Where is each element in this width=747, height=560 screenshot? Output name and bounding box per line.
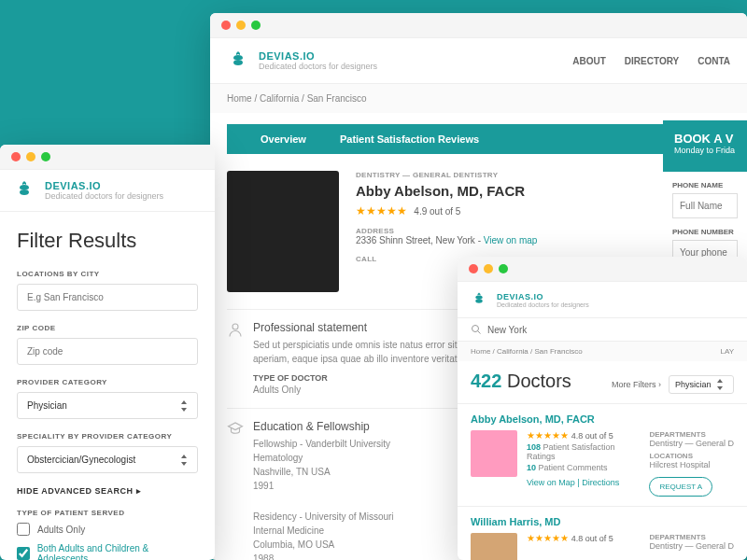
minimize-icon[interactable] bbox=[236, 21, 246, 30]
tab-overview[interactable]: Overview bbox=[244, 124, 323, 154]
more-filters[interactable]: More Filters › bbox=[612, 380, 661, 389]
crumb-home[interactable]: Home bbox=[227, 93, 252, 104]
opt-both[interactable]: Both Adults and Children & Adolescents bbox=[17, 543, 198, 560]
logo-area[interactable]: DEVIAS.IO Dedicated doctors for designer… bbox=[471, 291, 734, 308]
search-value: New York bbox=[487, 325, 527, 335]
dept-label: DEPARTMENTS bbox=[649, 430, 734, 439]
brand-name: DEVIAS.IO bbox=[259, 50, 377, 62]
result-name[interactable]: Abby Abelson, MD, FACR bbox=[471, 413, 734, 425]
result-links[interactable]: View on Map | Directions bbox=[527, 478, 640, 487]
person-icon bbox=[227, 321, 244, 338]
breadcrumb: Home / California / San Francisco LAY bbox=[458, 342, 747, 361]
svg-point-0 bbox=[233, 324, 238, 329]
close-icon[interactable] bbox=[469, 264, 478, 273]
tab-reviews[interactable]: Patient Satisfaction Reviews bbox=[323, 124, 496, 154]
opt-adults[interactable]: Adults Only bbox=[17, 523, 198, 536]
result-stars: ★★★★★ 4.8 out of 5 bbox=[527, 430, 640, 441]
svg-point-2 bbox=[472, 326, 479, 332]
spec-select[interactable]: Obstercician/Gynecologist bbox=[17, 446, 198, 473]
result-comments: 10 Patient Comments bbox=[527, 463, 640, 472]
tabs: Overview Patient Satisfaction Reviews bbox=[227, 124, 730, 154]
result-ratings: 108 Patient Satisfaction Ratings bbox=[527, 442, 640, 461]
cat-label: PROVIDER CATEGORY bbox=[17, 378, 198, 386]
edu1: Fellowship - Vanderbilt University bbox=[253, 437, 394, 451]
education-title: Education & Fellowship bbox=[253, 420, 394, 433]
edu1b: Hematology bbox=[253, 451, 394, 465]
edu2c: Columbia, MO USA bbox=[253, 538, 394, 552]
result-photo bbox=[471, 533, 517, 560]
results-window: DEVIAS.IO Dedicated doctors for designer… bbox=[458, 257, 747, 560]
request-button[interactable]: REQUEST A bbox=[649, 477, 712, 497]
titlebar bbox=[210, 13, 747, 38]
filter-window: DEVIAS.IO Dedicated doctors for designer… bbox=[0, 145, 215, 560]
logo-area[interactable]: DEVIAS.IO Dedicated doctors for designer… bbox=[13, 179, 163, 202]
count-row: 422 Doctors More Filters › Physician bbox=[458, 361, 747, 403]
edu2: Residency - University of Missouri bbox=[253, 510, 394, 524]
nav-directory[interactable]: DIRECTORY bbox=[625, 56, 679, 66]
close-icon[interactable] bbox=[11, 152, 21, 161]
book-name-label: PHONE NAME bbox=[672, 181, 738, 189]
header: DEVIAS.IO Dedicated doctors for designer… bbox=[458, 282, 747, 318]
edu1c: Nashville, TN USA bbox=[253, 465, 394, 479]
result-card: William Harris, MD ★★★★★ 4.8 out of 5 DE… bbox=[458, 506, 747, 560]
maximize-icon[interactable] bbox=[499, 264, 508, 273]
crumb-city[interactable]: San Francisco bbox=[307, 93, 367, 104]
map-link[interactable]: View on map bbox=[484, 235, 538, 245]
filter-title: Filter Results bbox=[17, 229, 198, 253]
book-phone-label: PHONE NUMBER bbox=[672, 228, 738, 236]
cat-select[interactable]: Physician bbox=[17, 392, 198, 419]
result-side: DEPARTMENTS Dentistry — General D LOCATI… bbox=[649, 430, 734, 497]
dept-value: Dentistry — General D bbox=[649, 541, 734, 551]
nav-contact[interactable]: CONTA bbox=[698, 56, 730, 66]
dept-label: DEPARTMENTS bbox=[649, 533, 734, 541]
nav-about[interactable]: ABOUT bbox=[572, 56, 606, 66]
caduceus-icon bbox=[227, 49, 249, 72]
book-header: BOOK A V Monday to Frida bbox=[663, 120, 747, 177]
type-label: TYPE OF PATIENT SERVED bbox=[17, 509, 198, 517]
doctor-photo bbox=[227, 171, 339, 292]
spec-label: SPECIALITY BY PROVIDER CATEGORY bbox=[17, 432, 198, 441]
rating-value: 4.9 out of 5 bbox=[414, 206, 460, 217]
close-icon[interactable] bbox=[221, 21, 231, 30]
brand-name: DEVIAS.IO bbox=[497, 292, 589, 301]
caduceus-icon bbox=[471, 291, 487, 308]
zip-label: ZIP CODE bbox=[17, 324, 198, 332]
loc-label: LOCATIONS BY CITY bbox=[17, 270, 198, 278]
zip-input[interactable] bbox=[17, 338, 198, 365]
book-sub: Monday to Frida bbox=[674, 146, 736, 155]
book-title: BOOK A V bbox=[674, 132, 736, 146]
filter-body: Filter Results LOCATIONS BY CITY ZIP COD… bbox=[0, 212, 215, 560]
maximize-icon[interactable] bbox=[251, 21, 261, 30]
brand-name: DEVIAS.IO bbox=[45, 180, 163, 191]
logo-area[interactable]: DEVIAS.IO Dedicated doctors for designer… bbox=[227, 49, 377, 72]
result-name[interactable]: William Harris, MD bbox=[471, 516, 734, 527]
loc-value: Hilcrest Hospital bbox=[649, 460, 734, 469]
minimize-icon[interactable] bbox=[26, 152, 35, 161]
search-bar[interactable]: New York bbox=[458, 318, 747, 342]
titlebar bbox=[0, 145, 215, 170]
loc-input[interactable] bbox=[17, 284, 198, 311]
advanced-toggle[interactable]: HIDE ADVANCED SEARCH ▸ bbox=[17, 486, 198, 496]
filter-select[interactable]: Physician bbox=[669, 375, 734, 394]
edu1d: 1991 bbox=[253, 479, 394, 493]
result-side: DEPARTMENTS Dentistry — General D bbox=[649, 533, 734, 560]
header: DEVIAS.IO Dedicated doctors for designer… bbox=[0, 170, 215, 212]
graduation-icon bbox=[227, 420, 244, 437]
minimize-icon[interactable] bbox=[484, 264, 493, 273]
result-photo bbox=[471, 430, 517, 477]
nav: ABOUT DIRECTORY CONTA bbox=[572, 56, 730, 66]
maximize-icon[interactable] bbox=[41, 152, 50, 161]
book-name-input[interactable] bbox=[672, 193, 738, 218]
titlebar bbox=[458, 257, 747, 282]
count-label: Doctors bbox=[507, 371, 571, 391]
edu2d: 1988 bbox=[253, 552, 394, 560]
dept-value: Dentistry — General D bbox=[649, 439, 734, 448]
edu2b: Internal Medicine bbox=[253, 524, 394, 538]
loc-label: LOCATIONS bbox=[649, 452, 734, 460]
layout-toggle[interactable]: LAY bbox=[720, 347, 734, 356]
caduceus-icon bbox=[13, 179, 35, 202]
search-icon bbox=[471, 324, 482, 335]
header: DEVIAS.IO Dedicated doctors for designer… bbox=[210, 38, 747, 84]
crumb-state[interactable]: California bbox=[260, 93, 299, 104]
result-stars: ★★★★★ 4.8 out of 5 bbox=[527, 533, 640, 543]
